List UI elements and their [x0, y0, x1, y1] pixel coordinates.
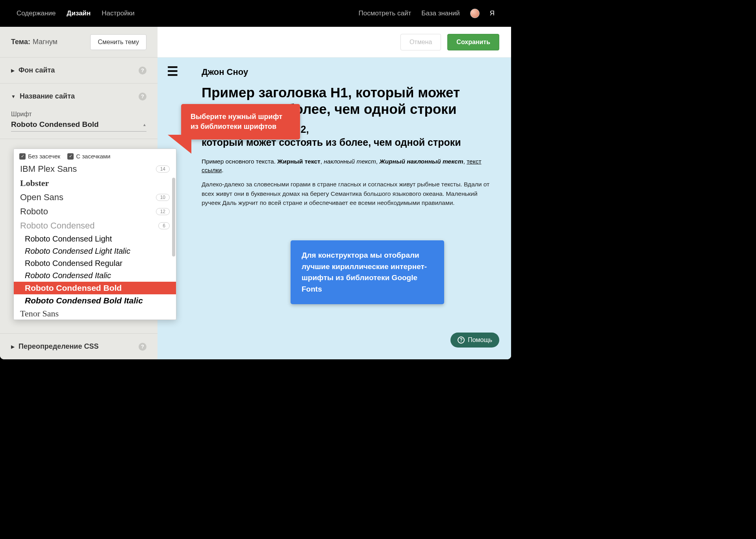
font-item-open-sans[interactable]: Open Sans 10 — [14, 190, 176, 204]
section-background: ▶ Фон сайта ? — [0, 58, 158, 84]
help-icon[interactable]: ? — [139, 343, 146, 351]
font-variant-bold-selected[interactable]: Roboto Condensed Bold — [14, 282, 176, 294]
filter-serif[interactable]: ✓ С засечками — [67, 153, 110, 160]
preview-pane: ☰ Джон Сноу Пример заголовка H1, который… — [158, 58, 511, 359]
top-nav: Содержание Дизайн Настройки Посмотреть с… — [0, 0, 511, 27]
nav-content[interactable]: Содержание — [17, 9, 56, 17]
font-select-value: Roboto Condensed Bold — [11, 120, 99, 129]
section-css: ▶ Переопределение CSS ? — [0, 333, 158, 359]
avatar[interactable] — [470, 9, 480, 18]
font-item-roboto-condensed[interactable]: Roboto Condensed 6 — [14, 219, 176, 233]
help-button[interactable]: ? Помощь — [450, 333, 499, 348]
section-site-name: ▼ Название сайта ? Шрифт Roboto Condense… — [0, 84, 158, 139]
cancel-button[interactable]: Отмена — [400, 34, 441, 50]
filter-sans-serif[interactable]: ✓ Без засечек — [19, 153, 60, 160]
caret-up-icon: ▲ — [143, 123, 146, 127]
nav-design[interactable]: Дизайн — [67, 9, 91, 17]
question-icon: ? — [458, 336, 465, 344]
font-item-lobster[interactable]: Lobster — [14, 176, 176, 190]
theme-header: Тема: Магнум Сменить тему — [0, 27, 158, 58]
chevron-right-icon: ▶ — [11, 68, 15, 73]
variant-count-badge: 12 — [156, 208, 170, 215]
font-item-tenor-sans[interactable]: Tenor Sans — [14, 307, 176, 320]
font-field-label: Шрифт — [11, 111, 146, 118]
callout-tooltip-blue: Для конструктора мы отобрали лучшие кири… — [291, 240, 444, 304]
help-icon[interactable]: ? — [139, 67, 146, 74]
preview-body-text: Пример основного текста. Жирный текст, н… — [202, 157, 495, 174]
content-toolbar: Отмена Сохранить — [158, 27, 511, 58]
font-dropdown: ✓ Без засечек ✓ С засечками IBM Plex San… — [13, 149, 176, 320]
section-site-name-header[interactable]: ▼ Название сайта ? — [0, 84, 158, 109]
font-list: IBM Plex Sans 14 Lobster Open Sans 10 Ro… — [14, 162, 176, 320]
variant-count-badge: 10 — [156, 194, 170, 201]
font-item-ibm-plex[interactable]: IBM Plex Sans 14 — [14, 162, 176, 176]
content-area: Отмена Сохранить ☰ Джон Сноу Пример заго… — [158, 27, 511, 359]
user-letter[interactable]: Я — [490, 9, 495, 17]
save-button[interactable]: Сохранить — [447, 34, 499, 50]
checkbox-checked-icon: ✓ — [19, 153, 26, 160]
chevron-down-icon: ▼ — [11, 94, 16, 99]
section-css-header[interactable]: ▶ Переопределение CSS ? — [0, 334, 158, 359]
font-variant-regular[interactable]: Roboto Condensed Regular — [14, 257, 176, 270]
variant-count-badge: 14 — [156, 165, 170, 173]
change-theme-button[interactable]: Сменить тему — [90, 34, 146, 50]
checkbox-checked-icon: ✓ — [67, 153, 74, 160]
font-item-roboto[interactable]: Roboto 12 — [14, 204, 176, 219]
section-background-header[interactable]: ▶ Фон сайта ? — [0, 58, 158, 83]
font-variant-bold-italic[interactable]: Roboto Condensed Bold Italic — [14, 294, 176, 307]
theme-label: Тема: — [11, 38, 30, 46]
font-select[interactable]: Roboto Condensed Bold ▲ — [11, 120, 146, 132]
callout-tooltip-red: Выберите нужный шрифт из библиотеки шриф… — [181, 104, 300, 139]
help-icon[interactable]: ? — [139, 93, 146, 100]
font-variant-light[interactable]: Roboto Condensed Light — [14, 233, 176, 245]
font-variant-italic[interactable]: Roboto Condensed Italic — [14, 270, 176, 282]
variant-count-badge: 6 — [158, 222, 170, 229]
nav-kb[interactable]: База знаний — [421, 9, 460, 17]
scrollbar[interactable] — [172, 178, 175, 256]
hamburger-icon[interactable]: ☰ — [167, 67, 178, 76]
nav-view-site[interactable]: Посмотреть сайт — [359, 9, 411, 17]
preview-lorem: Далеко-далеко за словесными горами в стр… — [202, 180, 495, 207]
section-background-title: Фон сайта — [19, 66, 55, 74]
section-site-name-title: Название сайта — [20, 92, 75, 100]
chevron-right-icon: ▶ — [11, 344, 15, 349]
font-variant-light-italic[interactable]: Roboto Condensed Light Italic — [14, 245, 176, 257]
section-css-title: Переопределение CSS — [19, 342, 98, 351]
preview-site-title: Джон Сноу — [202, 67, 495, 77]
theme-name: Магнум — [33, 38, 57, 46]
nav-settings[interactable]: Настройки — [102, 9, 134, 17]
